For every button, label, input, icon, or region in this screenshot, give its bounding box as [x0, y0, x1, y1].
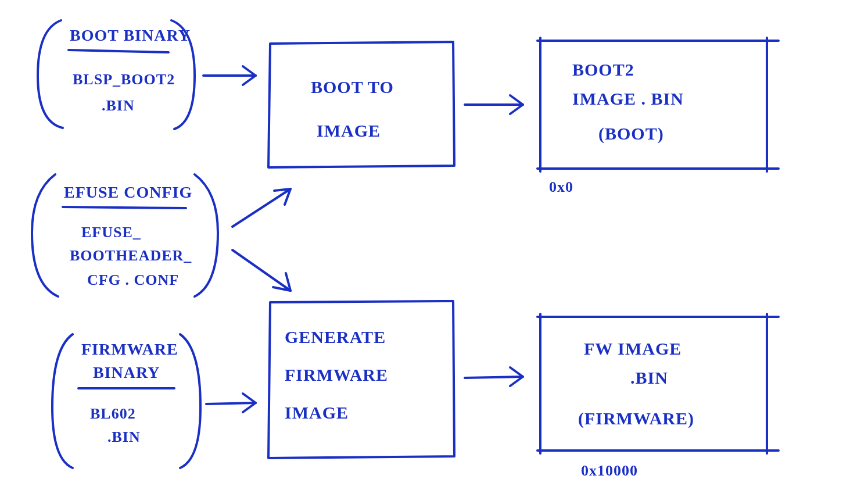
- arrow-fwbin-to-process: [206, 394, 256, 412]
- genfw-line1: GENERATE: [285, 327, 386, 346]
- fw-binary-group: FIRMWARE BINARY BL602 .BIN: [52, 334, 200, 468]
- svg-line-2: [63, 207, 186, 208]
- fw-binary-header: FIRMWARE: [81, 340, 178, 358]
- boot2-line3: (BOOT): [598, 124, 664, 144]
- svg-line-6: [206, 403, 256, 404]
- arrow-boot-to-output: [465, 95, 523, 114]
- genfw-line3: IMAGE: [285, 403, 349, 422]
- efuse-line1: EFUSE_: [81, 224, 141, 241]
- boot-binary-line1: BLSP_BOOT2: [73, 71, 175, 88]
- svg-line-3: [232, 189, 290, 227]
- boot-to-image-line2: IMAGE: [317, 121, 381, 140]
- fw-address: 0x10000: [581, 462, 638, 479]
- boot2-line1: BOOT2: [572, 60, 634, 79]
- svg-line-4: [232, 250, 290, 291]
- fw-binary-line1: BL602: [90, 405, 136, 422]
- fw-binary-header2: BINARY: [93, 363, 160, 381]
- boot2-output-box: BOOT2 IMAGE . BIN (BOOT) 0x0: [537, 38, 779, 195]
- boot-to-image-line1: BOOT TO: [311, 77, 394, 96]
- arrow-efuse-to-boot: [232, 189, 290, 227]
- fw-line1: FW IMAGE: [584, 339, 682, 358]
- genfw-line2: FIRMWARE: [285, 365, 388, 384]
- boot-binary-group: BOOT BINARY BLSP_BOOT2 .BIN: [38, 20, 195, 129]
- svg-line-0: [69, 50, 168, 52]
- boot2-line2: IMAGE . BIN: [572, 89, 684, 108]
- fw-binary-line2: .BIN: [107, 428, 141, 445]
- efuse-header: EFUSE CONFIG: [64, 183, 192, 201]
- boot-binary-line2: .BIN: [102, 97, 135, 114]
- boot-binary-header: BOOT BINARY: [70, 26, 191, 44]
- svg-line-12: [465, 377, 523, 378]
- boot2-address: 0x0: [549, 178, 573, 195]
- generate-fw-image-box: GENERATE FIRMWARE IMAGE: [268, 301, 454, 458]
- efuse-config-group: EFUSE CONFIG EFUSE_ BOOTHEADER_ CFG . CO…: [32, 174, 218, 296]
- arrow-genfw-to-output: [465, 367, 523, 386]
- fw-line3: (FIRMWARE): [578, 409, 694, 428]
- fw-output-box: FW IMAGE .BIN (FIRMWARE) 0x10000: [537, 314, 779, 479]
- arrow-efuse-to-fw: [232, 250, 290, 291]
- boot-to-image-box: BOOT TO IMAGE: [268, 42, 454, 167]
- arrow-bootbin-to-process: [203, 66, 256, 85]
- diagram: BOOT BINARY BLSP_BOOT2 .BIN EFUSE CONFIG…: [0, 0, 868, 504]
- efuse-line3: CFG . CONF: [87, 271, 179, 288]
- fw-line2: .BIN: [630, 368, 668, 387]
- efuse-line2: BOOTHEADER_: [70, 247, 192, 264]
